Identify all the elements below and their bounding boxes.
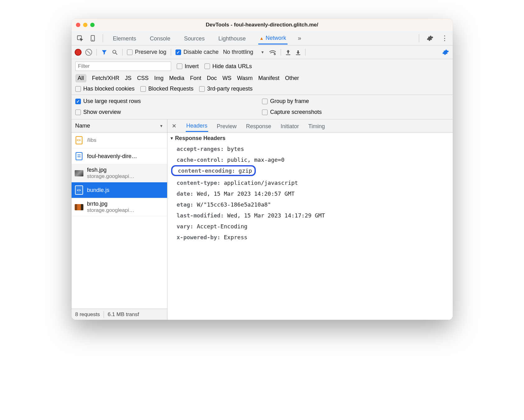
request-row[interactable]: fesh.jpg storage.googleapi… [72, 164, 167, 182]
chip-fetch-xhr[interactable]: Fetch/XHR [92, 75, 119, 82]
tab-elements[interactable]: Elements [112, 32, 138, 44]
close-detail-icon[interactable]: ✕ [171, 123, 178, 129]
throttling-select[interactable]: No throttling ▼ [223, 49, 264, 55]
request-list: /libs foul-heavenly-dire… fesh.jpg stora… [72, 133, 167, 309]
divider [171, 49, 171, 56]
chip-all[interactable]: All [75, 74, 87, 82]
chevron-down-icon: ▼ [160, 124, 163, 128]
divider [305, 49, 306, 56]
chip-js[interactable]: JS [125, 75, 132, 82]
title-bar: DevTools - foul-heavenly-direction.glitc… [72, 19, 453, 31]
disable-cache-toggle[interactable]: Disable cache [175, 49, 219, 55]
show-overview-label: Show overview [83, 109, 121, 115]
header-line: etag: W/"15cc63-186e5a210a8" [170, 199, 448, 210]
headers-body: ▼ Response Headers accept-ranges: bytes … [167, 133, 453, 320]
tab-preview[interactable]: Preview [216, 120, 237, 132]
group-frame-toggle[interactable]: Group by frame [262, 98, 449, 105]
script-file-icon: <> [75, 185, 83, 195]
disclosure-triangle-icon: ▼ [170, 136, 174, 141]
large-rows-label: Use large request rows [83, 98, 141, 105]
network-toolbar: Preserve log Disable cache No throttling… [72, 45, 453, 59]
filter-input[interactable] [75, 62, 171, 71]
response-headers-section[interactable]: ▼ Response Headers [170, 135, 448, 142]
chip-manifest[interactable]: Manifest [258, 75, 279, 82]
invert-toggle[interactable]: Invert [177, 63, 199, 70]
record-button[interactable] [75, 49, 81, 55]
inspect-element-icon[interactable] [75, 33, 85, 44]
preserve-log-toggle[interactable]: Preserve log [127, 49, 166, 55]
invert-label: Invert [185, 63, 199, 70]
header-line: content-type: application/javascript [170, 177, 448, 188]
response-headers-label: Response Headers [175, 135, 225, 142]
header-line-highlighted: content-encoding: gzip [171, 165, 256, 176]
kebab-menu-icon[interactable]: ⋮ [439, 33, 450, 44]
chip-font[interactable]: Font [190, 75, 201, 82]
chip-other[interactable]: Other [285, 75, 299, 82]
chip-img[interactable]: Img [154, 75, 164, 82]
header-line: x-powered-by: Express [170, 232, 448, 243]
tab-console[interactable]: Console [149, 32, 172, 44]
chip-media[interactable]: Media [169, 75, 185, 82]
chip-css[interactable]: CSS [137, 75, 149, 82]
divider [122, 49, 123, 56]
type-filter-chips: All Fetch/XHR JS CSS Img Media Font Doc … [75, 74, 449, 82]
tab-sources[interactable]: Sources [183, 32, 206, 44]
image-thumb-icon [75, 202, 83, 212]
blocked-requests-toggle[interactable]: Blocked Requests [140, 86, 194, 92]
status-transfer: 6.1 MB transf [104, 311, 143, 318]
download-har-icon[interactable] [295, 49, 301, 55]
divider [103, 34, 103, 42]
tab-lighthouse[interactable]: Lighthouse [217, 32, 247, 44]
upload-har-icon[interactable] [285, 49, 291, 55]
request-row[interactable]: /libs [72, 133, 167, 148]
panel-tab-bar: Elements Console Sources Lighthouse ▲ Ne… [72, 31, 453, 45]
tab-headers[interactable]: Headers [186, 120, 208, 132]
detail-pane: ✕ Headers Preview Response Initiator Tim… [167, 119, 453, 320]
name-column-header[interactable]: Name ▼ [72, 119, 167, 133]
third-party-toggle[interactable]: 3rd-party requests [199, 86, 253, 92]
filter-toggle-icon[interactable] [101, 49, 107, 55]
tab-timing[interactable]: Timing [308, 120, 325, 132]
request-name: brrto.jpg [87, 201, 134, 207]
request-subtext: storage.googleapi… [87, 207, 134, 213]
blocked-cookies-toggle[interactable]: Has blocked cookies [75, 86, 135, 92]
screenshots-toggle[interactable]: Capture screenshots [262, 109, 449, 115]
third-party-label: 3rd-party requests [207, 86, 253, 92]
request-row[interactable]: brrto.jpg storage.googleapi… [72, 198, 167, 216]
divider [419, 34, 419, 42]
large-rows-toggle[interactable]: Use large request rows [75, 98, 262, 105]
tab-initiator[interactable]: Initiator [280, 120, 300, 132]
tab-response[interactable]: Response [246, 120, 272, 132]
chip-ws[interactable]: WS [222, 75, 232, 82]
clear-button[interactable] [85, 49, 92, 56]
request-row[interactable]: <> bundle.js [72, 182, 167, 198]
document-file-icon [75, 151, 83, 161]
svg-rect-7 [286, 54, 290, 55]
request-row[interactable]: foul-heavenly-dire… [72, 148, 167, 164]
show-overview-toggle[interactable]: Show overview [75, 109, 262, 115]
request-subtext: /libs [87, 137, 96, 143]
request-name: fesh.jpg [87, 167, 134, 173]
search-icon[interactable] [112, 49, 118, 55]
chip-doc[interactable]: Doc [207, 75, 217, 82]
device-toolbar-icon[interactable] [88, 33, 98, 44]
warning-triangle-icon: ▲ [260, 36, 264, 41]
devtools-window: DevTools - foul-heavenly-direction.glitc… [72, 19, 453, 320]
name-column-label: Name [75, 123, 90, 129]
filter-bar: Invert Hide data URLs All Fetch/XHR JS C… [72, 59, 453, 95]
hide-data-urls-toggle[interactable]: Hide data URLs [204, 63, 252, 70]
request-name: bundle.js [87, 187, 110, 194]
tab-network[interactable]: ▲ Network [258, 32, 288, 44]
detail-tab-bar: ✕ Headers Preview Response Initiator Tim… [167, 119, 453, 133]
network-settings-gear-icon[interactable] [442, 49, 449, 56]
window-title: DevTools - foul-heavenly-direction.glitc… [72, 22, 453, 28]
request-list-pane: Name ▼ /libs foul-heavenly-dire… [72, 119, 167, 320]
chip-wasm[interactable]: Wasm [237, 75, 253, 82]
more-tabs-icon[interactable]: » [294, 33, 305, 44]
preserve-log-label: Preserve log [135, 49, 166, 55]
header-line: date: Wed, 15 Mar 2023 14:20:57 GMT [170, 188, 448, 199]
network-conditions-icon[interactable] [269, 49, 276, 55]
settings-gear-icon[interactable] [425, 33, 435, 44]
hide-data-urls-label: Hide data URLs [213, 63, 252, 70]
divider [281, 49, 281, 56]
